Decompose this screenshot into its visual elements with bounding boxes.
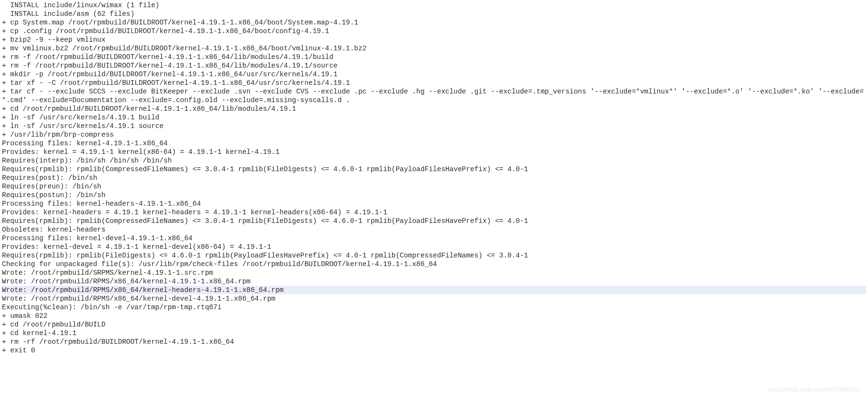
terminal-line: INSTALL include/linux/wimax (1 file) bbox=[2, 1, 866, 10]
terminal-line: + ln -sf /usr/src/kernels/4.19.1 source bbox=[2, 122, 866, 130]
terminal-line: Checking for unpackaged file(s): /usr/li… bbox=[2, 260, 866, 268]
terminal-line: + exit 0 bbox=[2, 346, 866, 355]
terminal-line: + cp System.map /root/rpmbuild/BUILDROOT… bbox=[2, 18, 866, 27]
terminal-line: Requires(rpmlib): rpmlib(CompressedFileN… bbox=[2, 217, 866, 225]
terminal-line: + cd /root/rpmbuild/BUILDROOT/kernel-4.1… bbox=[2, 105, 866, 113]
terminal-line: Requires(postun): /bin/sh bbox=[2, 191, 866, 199]
terminal-line: Requires(rpmlib): rpmlib(CompressedFileN… bbox=[2, 165, 866, 174]
terminal-line: Requires(preun): /bin/sh bbox=[2, 182, 866, 191]
terminal-line: + cp .config /root/rpmbuild/BUILDROOT/ke… bbox=[2, 27, 866, 35]
terminal-line: Provides: kernel-devel = 4.19.1-1 kernel… bbox=[2, 243, 866, 251]
terminal-line: + /usr/lib/rpm/brp-compress bbox=[2, 130, 866, 139]
terminal-line: Provides: kernel = 4.19.1-1 kernel(x86-6… bbox=[2, 148, 866, 156]
terminal-line: Requires(post): /bin/sh bbox=[2, 174, 866, 182]
terminal-line: Processing files: kernel-headers-4.19.1-… bbox=[2, 199, 866, 208]
terminal-line: Processing files: kernel-devel-4.19.1-1.… bbox=[2, 234, 866, 243]
terminal-output: INSTALL include/linux/wimax (1 file) INS… bbox=[0, 0, 868, 356]
terminal-line: + tar xf - -C /root/rpmbuild/BUILDROOT/k… bbox=[2, 79, 866, 87]
terminal-line: Wrote: /root/rpmbuild/RPMS/x86_64/kernel… bbox=[2, 294, 866, 303]
terminal-line: Wrote: /root/rpmbuild/RPMS/x86_64/kernel… bbox=[2, 286, 866, 294]
terminal-line: Wrote: /root/rpmbuild/SRPMS/kernel-4.19.… bbox=[2, 268, 866, 277]
terminal-line: Requires(interp): /bin/sh /bin/sh /bin/s… bbox=[2, 156, 866, 165]
terminal-line: Requires(rpmlib): rpmlib(FileDigests) <=… bbox=[2, 251, 866, 260]
terminal-line: Provides: kernel-headers = 4.19.1 kernel… bbox=[2, 208, 866, 217]
terminal-line: + cd /root/rpmbuild/BUILD bbox=[2, 320, 866, 329]
terminal-line: + rm -f /root/rpmbuild/BUILDROOT/kernel-… bbox=[2, 61, 866, 70]
terminal-line: + mv vmlinux.bz2 /root/rpmbuild/BUILDROO… bbox=[2, 44, 866, 53]
terminal-line: + cd kernel-4.19.1 bbox=[2, 329, 866, 338]
terminal-line: Processing files: kernel-4.19.1-1.x86_64 bbox=[2, 139, 866, 148]
terminal-line: Executing(%clean): /bin/sh -e /var/tmp/r… bbox=[2, 303, 866, 312]
terminal-line: + mkdir -p /root/rpmbuild/BUILDROOT/kern… bbox=[2, 70, 866, 79]
terminal-line: Wrote: /root/rpmbuild/RPMS/x86_64/kernel… bbox=[2, 277, 866, 286]
terminal-line: + ln -sf /usr/src/kernels/4.19.1 build bbox=[2, 113, 866, 122]
terminal-line: + rm -rf /root/rpmbuild/BUILDROOT/kernel… bbox=[2, 338, 866, 346]
terminal-line: Obsoletes: kernel-headers bbox=[2, 225, 866, 234]
terminal-line: INSTALL include/asm (62 files) bbox=[2, 10, 866, 18]
terminal-line: + umask 022 bbox=[2, 312, 866, 320]
terminal-line: + tar cf - --exclude SCCS --exclude BitK… bbox=[2, 87, 866, 105]
terminal-line: + rm -f /root/rpmbuild/BUILDROOT/kernel-… bbox=[2, 53, 866, 61]
terminal-line: + bzip2 -9 --keep vmlinux bbox=[2, 35, 866, 44]
